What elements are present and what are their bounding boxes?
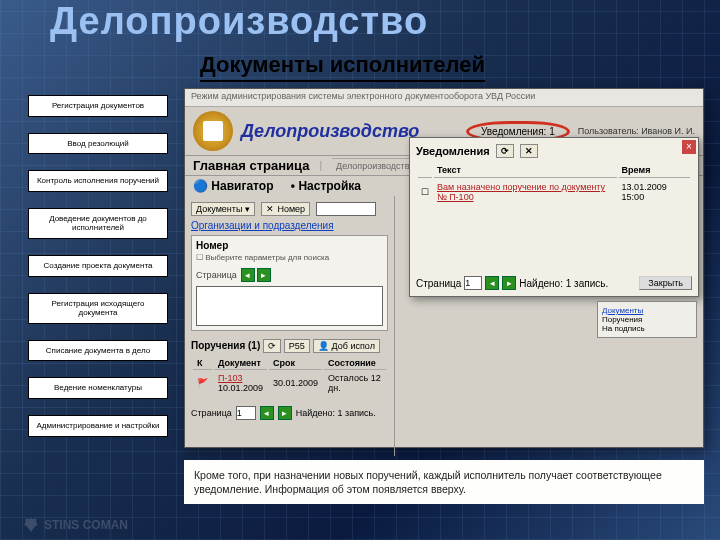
nav-settings-label: Настройка: [298, 179, 361, 193]
assignments-header: Поручения (1): [191, 340, 260, 351]
popup-title-text: Уведомления: [416, 145, 490, 157]
sidebar-item-nomenclature[interactable]: Ведение номенклатуры: [28, 377, 168, 399]
col-k: К: [193, 357, 212, 370]
sidebar-item-resolutions[interactable]: Ввод резолюций: [28, 133, 168, 155]
toolbar-r55[interactable]: Р55: [284, 339, 310, 353]
term-cell: 30.01.2009: [269, 372, 322, 394]
left-sidebar: Регистрация документов Ввод резолюций Ко…: [28, 95, 168, 437]
sidebar-item-admin[interactable]: Администрирование и настройки: [28, 415, 168, 437]
mini-docs[interactable]: Документы: [602, 306, 692, 315]
popup-time: 13.01.2009 15:00: [619, 180, 690, 204]
app-window: Режим администрирования системы электрон…: [184, 88, 704, 448]
assignments-table: К Документ Срок Состояние 🚩 П-103 10.01.…: [191, 355, 388, 396]
toolbar-add-label: Доб испол: [332, 341, 375, 351]
sidebar-item-control[interactable]: Контроль исполнения поручений: [28, 170, 168, 192]
col-doc: Документ: [214, 357, 267, 370]
col-term: Срок: [269, 357, 322, 370]
popup-col-time: Время: [619, 163, 690, 178]
sidebar-item-create-draft[interactable]: Создание проекта документа: [28, 255, 168, 277]
brand-text: STINS COMAN: [44, 518, 128, 532]
num-filter-btn[interactable]: ✕ Номер: [261, 202, 310, 216]
docs-dropdown[interactable]: Документы ▾: [191, 202, 255, 216]
filter-panel: Номер ☐ Выберите параметры для поиска Ст…: [191, 235, 388, 331]
popup-msg-link[interactable]: Вам назначено поручение по документу № П…: [437, 182, 605, 202]
toolbar-refresh[interactable]: ⟳: [263, 339, 281, 353]
filter-hint: Выберите параметры для поиска: [205, 253, 329, 262]
main-page-heading: Главная страница: [193, 158, 309, 173]
found-count: Найдено: 1 запись.: [296, 408, 376, 418]
sidebar-item-register[interactable]: Регистрация документов: [28, 95, 168, 117]
popup-close-button[interactable]: Закрыть: [639, 276, 692, 290]
close-icon[interactable]: ×: [682, 140, 696, 154]
user-prefix: Пользователь:: [578, 126, 639, 136]
popup-clear-icon[interactable]: ✕: [520, 144, 538, 158]
brand-logo: STINS COMAN: [22, 516, 128, 534]
page-number-input[interactable]: [236, 406, 256, 420]
left-column: Документы ▾ ✕ Номер Организации и подраз…: [185, 196, 395, 456]
popup-page-input[interactable]: [464, 276, 482, 290]
page-prev-icon[interactable]: ◂: [241, 268, 255, 282]
app-caption: Режим администрирования системы электрон…: [185, 89, 703, 107]
page-title: Делопроизводство: [50, 0, 428, 43]
filter-textarea[interactable]: [196, 286, 383, 326]
emblem-icon: [193, 111, 233, 151]
mini-panel: Документы Поручения На подпись: [597, 301, 697, 338]
toolbar-add-executor[interactable]: 👤 Доб испол: [313, 339, 380, 353]
pager-next-icon[interactable]: ▸: [278, 406, 292, 420]
popup-next-icon[interactable]: ▸: [502, 276, 516, 290]
pages-label: Страница: [191, 408, 232, 418]
doc-link[interactable]: П-103: [218, 373, 242, 383]
mini-assign[interactable]: Поручения: [602, 315, 692, 324]
sidebar-item-outgoing[interactable]: Регистрация исходящего документа: [28, 293, 168, 324]
number-input[interactable]: [316, 202, 376, 216]
page-label: Страница: [196, 270, 237, 280]
orgs-link[interactable]: Организации и подразделения: [191, 220, 388, 231]
nav-navigator[interactable]: 🔵 Навигатор: [193, 179, 274, 193]
nav-navigator-label: Навигатор: [211, 179, 273, 193]
popup-title: Уведомления ⟳ ✕: [416, 144, 692, 158]
num-filter-label: Номер: [277, 204, 305, 214]
state-cell: Осталось 12 дн.: [324, 372, 386, 394]
popup-col-text: Текст: [434, 163, 617, 178]
popup-found: Найдено: 1 запись.: [519, 278, 608, 289]
user-name: Иванов И. И.: [641, 126, 695, 136]
popup-table: Текст Время ☐ Вам назначено поручение по…: [416, 161, 692, 206]
filter-col-header: Номер: [196, 240, 228, 251]
popup-page-label: Страница: [416, 278, 461, 289]
pager-prev-icon[interactable]: ◂: [260, 406, 274, 420]
sidebar-item-deliver[interactable]: Доведение документов до исполнителей: [28, 208, 168, 239]
page-next-icon[interactable]: ▸: [257, 268, 271, 282]
col-state: Состояние: [324, 357, 386, 370]
sidebar-item-writeoff[interactable]: Списание документа в дело: [28, 340, 168, 362]
page-subtitle: Документы исполнителей: [200, 52, 485, 82]
popup-prev-icon[interactable]: ◂: [485, 276, 499, 290]
footer-caption: Кроме того, при назначении новых поручен…: [184, 460, 704, 504]
nav-settings[interactable]: • Настройка: [291, 179, 361, 193]
notifications-popup: × Уведомления ⟳ ✕ Текст Время ☐ Вам назн…: [409, 137, 699, 297]
docs-dropdown-label: Документы: [196, 204, 242, 214]
table-row[interactable]: 🚩 П-103 10.01.2009 30.01.2009 Осталось 1…: [193, 372, 386, 394]
brand-icon: [22, 516, 40, 534]
doc-date: 10.01.2009: [218, 383, 263, 393]
mini-sign[interactable]: На подпись: [602, 324, 692, 333]
popup-refresh-icon[interactable]: ⟳: [496, 144, 514, 158]
popup-row[interactable]: ☐ Вам назначено поручение по документу №…: [418, 180, 690, 204]
user-info: Пользователь: Иванов И. И.: [578, 126, 695, 136]
